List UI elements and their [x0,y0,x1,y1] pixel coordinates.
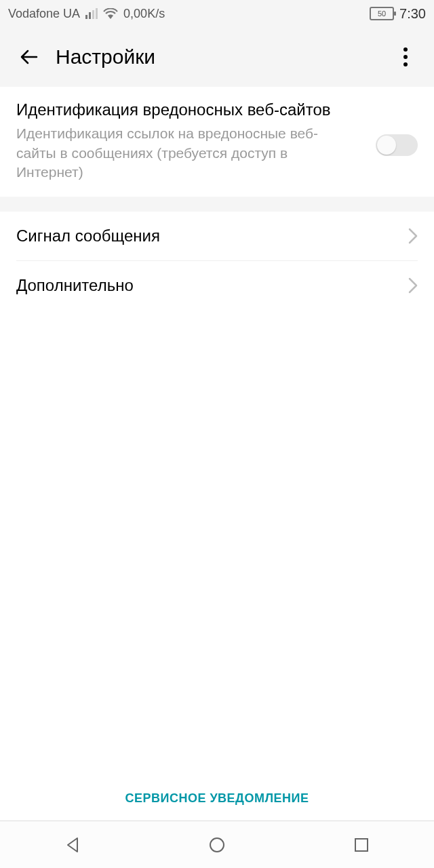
nav-home-button[interactable] [190,828,244,862]
app-bar: Настройки [0,27,434,87]
nav-recent-button[interactable] [334,828,389,862]
wifi-icon [103,8,118,19]
setting-title: Идентификация вредоносных веб-сайтов [16,99,369,120]
setting-malicious-sites: Идентификация вредоносных веб-сайтов Иде… [0,87,434,197]
svg-rect-3 [96,8,98,19]
nav-item-message-signal[interactable]: Сигнал сообщения [0,212,434,260]
section-divider [0,197,434,212]
svg-rect-2 [92,10,94,19]
nav-label: Дополнительно [16,276,408,295]
clock: 7:30 [399,6,426,22]
svg-point-7 [210,838,224,852]
signal-icon [85,8,98,19]
svg-point-6 [403,62,408,66]
chevron-right-icon [408,228,418,244]
nav-back-button[interactable] [45,828,100,862]
setting-description: Идентификация ссылок на вредоносные веб-… [16,124,335,182]
more-vert-icon [403,47,408,67]
svg-point-5 [403,55,408,59]
svg-point-4 [403,47,408,52]
triangle-back-icon [64,836,81,854]
toggle-knob [377,136,396,155]
nav-label: Сигнал сообщения [16,226,408,245]
svg-rect-8 [355,839,368,851]
svg-rect-0 [85,15,87,19]
nav-item-additional[interactable]: Дополнительно [0,261,434,310]
battery-icon: 50 [370,7,394,20]
svg-rect-1 [89,12,91,19]
square-recent-icon [353,837,370,853]
network-speed: 0,00K/s [123,7,165,21]
circle-home-icon [208,836,226,854]
carrier-label: Vodafone UA [8,7,80,21]
back-button[interactable] [14,42,43,72]
arrow-left-icon [18,47,39,67]
status-bar: Vodafone UA 0,00K/s 50 7:30 [0,0,434,27]
more-button[interactable] [391,42,420,72]
service-notice-link[interactable]: СЕРВИСНОЕ УВЕДОМЛЕНИЕ [0,776,434,821]
malicious-sites-toggle[interactable] [376,134,418,156]
page-title: Настройки [56,45,155,68]
system-nav-bar [0,821,434,868]
battery-pct: 50 [378,9,386,18]
chevron-right-icon [408,277,418,294]
